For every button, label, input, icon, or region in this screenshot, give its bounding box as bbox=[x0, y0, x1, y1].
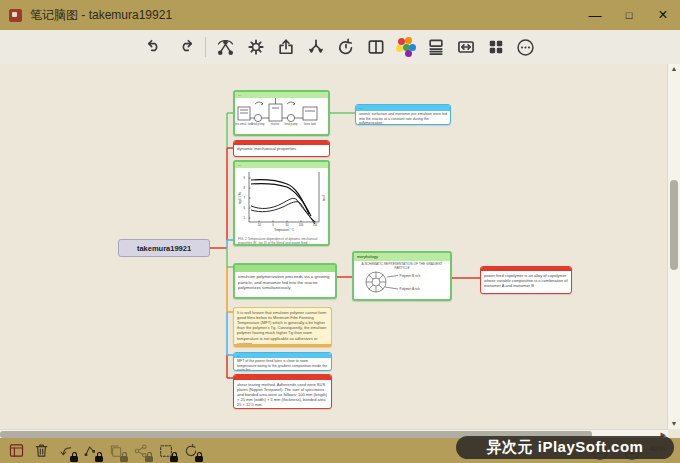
node-emulsion[interactable]: emulsion polymerization proceeds via a g… bbox=[233, 263, 337, 299]
share-lock-icon[interactable] bbox=[132, 442, 150, 460]
node-shear-method[interactable]: shear tearing method. Adherends used wer… bbox=[233, 374, 332, 409]
svg-text:7: 7 bbox=[244, 196, 246, 200]
color-palette-icon[interactable] bbox=[392, 33, 420, 61]
undo-icon[interactable] bbox=[141, 33, 169, 61]
mindmap-canvas[interactable]: takemura19921 ... pre-emul. tank fee bbox=[0, 64, 680, 438]
node-text: anionic surfactant and monomer pre-emuls… bbox=[356, 111, 450, 125]
lock-badge-icon bbox=[170, 456, 178, 462]
mindmap-layout-icon[interactable] bbox=[212, 33, 240, 61]
node-note-blue-bottom[interactable]: ... MFT of the power-feed latex is close… bbox=[233, 352, 332, 371]
copy-lock-icon[interactable] bbox=[107, 442, 125, 460]
svg-text:reactor: reactor bbox=[271, 122, 280, 126]
root-label: takemura19921 bbox=[137, 244, 191, 253]
trash-icon[interactable] bbox=[32, 442, 50, 460]
toolbar bbox=[0, 30, 680, 65]
node-particle-schematic[interactable]: morphology A SCHEMATIC REPRESENTATION OF… bbox=[352, 251, 452, 301]
svg-text:50: 50 bbox=[286, 223, 289, 227]
branch-split-icon[interactable] bbox=[302, 33, 330, 61]
close-button[interactable]: × bbox=[646, 0, 680, 30]
node-process-diagram[interactable]: ... pre-emul. tank feed pump reactor bbox=[233, 90, 330, 136]
particle-title: A SCHEMATIC REPRESENTATION OF THE GRADIE… bbox=[354, 261, 450, 270]
svg-text:feed pump: feed pump bbox=[284, 122, 298, 126]
node-text: shear tearing method. Adherends used wer… bbox=[234, 380, 331, 409]
node-header-bar bbox=[235, 265, 335, 272]
app-icon bbox=[9, 9, 22, 22]
lock-badge-icon bbox=[145, 456, 153, 462]
node-text: MFT of the power-feed latex is close to … bbox=[234, 358, 331, 371]
settings-gear-icon[interactable] bbox=[242, 33, 270, 61]
svg-text:5: 5 bbox=[244, 216, 246, 220]
node-text: power feed copolymer is an alloy of copo… bbox=[481, 271, 571, 290]
process-flow-diagram: pre-emul. tank feed pump reactor feed pu… bbox=[235, 98, 328, 132]
svg-text:100: 100 bbox=[299, 223, 304, 227]
lock-badge-icon bbox=[95, 456, 103, 462]
redo-icon[interactable] bbox=[171, 33, 199, 61]
scroll-up-arrow[interactable]: ▲ bbox=[668, 64, 680, 74]
lock-badge-icon bbox=[70, 456, 78, 462]
marquee-lock-icon[interactable] bbox=[157, 442, 175, 460]
svg-text:Polymer A rich: Polymer A rich bbox=[400, 288, 421, 292]
lock-badge-icon bbox=[120, 456, 128, 462]
fit-width-icon[interactable] bbox=[452, 33, 480, 61]
export-icon[interactable] bbox=[272, 33, 300, 61]
svg-text:9: 9 bbox=[244, 176, 246, 180]
grid-view-icon[interactable] bbox=[482, 33, 510, 61]
branch-connectors bbox=[0, 64, 680, 438]
root-node[interactable]: takemura19921 bbox=[118, 239, 210, 257]
maximize-button[interactable]: □ bbox=[612, 0, 646, 30]
node-header: morphology bbox=[354, 253, 450, 261]
svg-text:log E' / Pa: log E' / Pa bbox=[238, 192, 242, 204]
particle-figure: Polymer B rich Polymer A rich bbox=[354, 270, 450, 296]
dma-chart-figure: 9 8 7 6 5 -50 0 50 100 150 Temperature /… bbox=[235, 168, 328, 234]
svg-text:tan δ: tan δ bbox=[322, 195, 326, 201]
watermark: 异次元 iPlaySoft.com bbox=[456, 436, 674, 459]
node-text: It is well known that emulsion polymer c… bbox=[234, 308, 331, 347]
drag-lock-icon[interactable] bbox=[57, 442, 75, 460]
scroll-down-arrow[interactable]: ▼ bbox=[668, 419, 680, 429]
svg-text:feed pump: feed pump bbox=[251, 122, 265, 126]
figure-caption: FIGURE 1 Schematic representation of the… bbox=[354, 300, 450, 301]
svg-text:8: 8 bbox=[244, 186, 246, 190]
node-dma-chart[interactable]: ... 9 8 7 6 5 bbox=[233, 160, 330, 246]
minimize-button[interactable]: — bbox=[578, 0, 612, 30]
lock-badge-icon bbox=[195, 456, 203, 462]
vertical-scrollbar[interactable]: ▲ ▼ bbox=[667, 64, 680, 429]
node-note-blue-top[interactable]: ... anionic surfactant and monomer pre-e… bbox=[355, 104, 451, 125]
node-power-feed[interactable]: power feed copolymer is an alloy of copo… bbox=[480, 266, 572, 294]
layers-icon[interactable] bbox=[422, 33, 450, 61]
node-mft-note[interactable]: It is well known that emulsion polymer c… bbox=[233, 307, 332, 347]
vertical-scroll-thumb[interactable] bbox=[670, 180, 678, 270]
board-icon[interactable] bbox=[7, 442, 25, 460]
svg-text:latex tank: latex tank bbox=[304, 122, 317, 126]
svg-text:Polymer B rich: Polymer B rich bbox=[400, 274, 421, 278]
window-title: 笔记脑图 - takemura19921 bbox=[30, 7, 172, 24]
node-dynamic-properties[interactable]: dynamic mechanical properties bbox=[233, 140, 330, 157]
svg-text:-50: -50 bbox=[257, 223, 261, 227]
path-lock-icon[interactable] bbox=[82, 442, 100, 460]
toolbar-separator bbox=[205, 37, 206, 57]
title-bar: 笔记脑图 - takemura19921 — □ × bbox=[0, 0, 680, 30]
rotate-lock-icon[interactable] bbox=[182, 442, 200, 460]
more-options-icon[interactable] bbox=[512, 33, 540, 61]
svg-text:0: 0 bbox=[272, 223, 274, 227]
split-view-icon[interactable] bbox=[362, 33, 390, 61]
window-controls: — □ × bbox=[578, 0, 680, 30]
svg-text:150: 150 bbox=[313, 223, 318, 227]
timer-reset-icon[interactable] bbox=[332, 33, 360, 61]
svg-text:Temperature / °C: Temperature / °C bbox=[274, 228, 294, 232]
node-text: emulsion polymerization proceeds via a g… bbox=[235, 272, 335, 293]
node-text: dynamic mechanical properties bbox=[234, 145, 329, 154]
svg-text:6: 6 bbox=[244, 206, 246, 210]
figure-caption: FIG. 2 Temperature dependence of dynamic… bbox=[235, 238, 328, 246]
